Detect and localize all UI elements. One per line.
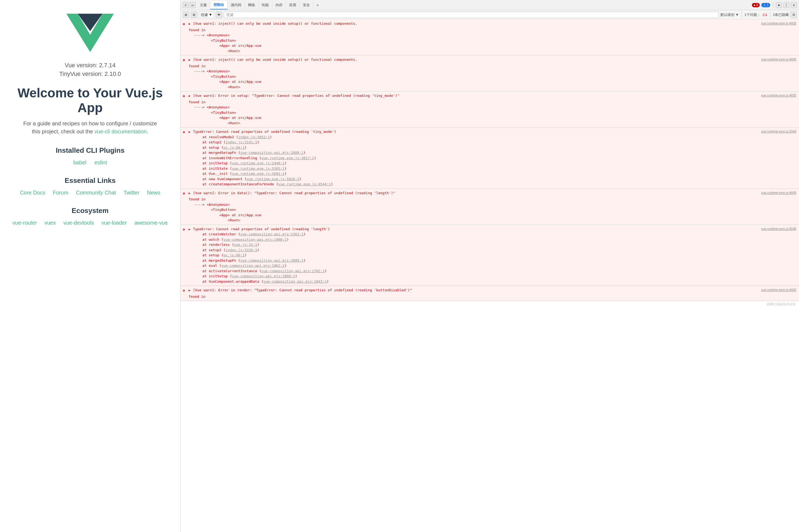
stack-3-3: <App> at src/App.vue (189, 115, 796, 120)
stack-link-4-6[interactable]: vue.runtime.esm.js:2440:1 (232, 161, 285, 165)
babel-link[interactable]: babel (73, 159, 87, 166)
stack-link-4-2[interactable]: index.js:3141:1 (225, 140, 257, 144)
news-link[interactable]: News (147, 190, 160, 196)
tab-memory[interactable]: 内存 (272, 1, 286, 9)
triangle-6[interactable]: ▶ (189, 227, 190, 232)
ecosystem-links-container: vue-router vuex vue-devtools vue-loader … (12, 220, 168, 226)
tab-more[interactable]: » (313, 1, 322, 8)
vue-cli-link[interactable]: vue-cli documentation (94, 129, 147, 134)
stack-link-4-5[interactable]: vue.runtime.esm.js:3017:1 (261, 156, 314, 160)
tab-network[interactable]: 网络 (245, 1, 259, 9)
stack-link-6-7[interactable]: vue-composition-api.mjs:1862:1 (222, 264, 285, 268)
community-chat-link[interactable]: Community Chat (76, 190, 116, 196)
stack-link-6-10[interactable]: vue-composition-api.mjs:1843:1 (263, 280, 327, 284)
tab-security[interactable]: 安全 (300, 1, 313, 9)
twitter-link[interactable]: Twitter (123, 190, 139, 196)
triangle-5[interactable]: ▶ (189, 191, 190, 196)
warn-badge: ⚠ 1 (761, 3, 770, 7)
warn-count-badge: ⚠1 (762, 13, 767, 17)
forum-link[interactable]: Forum (53, 190, 68, 196)
tab-console[interactable]: 控制台 (210, 1, 228, 10)
msg-1: [Vue warn]: inject() can only be used in… (193, 21, 357, 25)
link-6[interactable]: vue.runtime.esm.js:3049 (761, 226, 796, 231)
triangle-4[interactable]: ▶ (189, 130, 190, 134)
tab-elements[interactable]: 元素 (197, 1, 210, 9)
context-dropdown-icon: ▼ (209, 13, 212, 17)
stack-link-4-1[interactable]: index.js:3052:1 (238, 135, 270, 139)
devtools-cursor-icon[interactable]: ⊹ (183, 2, 189, 8)
triangle-1[interactable]: ▶ (189, 22, 190, 26)
console-entry-5: ⊗ ▶ [Vue warn]: Error in data(): "TypeEr… (180, 189, 799, 225)
stack-4-9: at new VueComponent (vue.runtime.esm.js:… (189, 176, 796, 182)
triangle-3[interactable]: ▶ (189, 94, 190, 98)
clear-console-icon[interactable]: ⊘ (183, 12, 189, 18)
triangle-7[interactable]: ▶ (189, 288, 190, 293)
stack-5-1: ----> <Anonymous> (189, 202, 796, 207)
vue-devtools-link[interactable]: vue-devtools (63, 220, 94, 226)
stack-2-2: <TinyButton> (189, 74, 796, 79)
stack-link-6-5[interactable]: pc.js:66:1 (224, 253, 245, 257)
stack-link-6-8[interactable]: vue-composition-api.mjs:1782:1 (261, 269, 324, 273)
settings-gear-icon[interactable]: ⚙ (791, 12, 797, 18)
hidden-count: 2条已隐藏 (773, 12, 789, 17)
vue-logo (66, 11, 114, 54)
stack-5-4: <Root> (189, 217, 796, 223)
settings-icon[interactable]: ⚙ (776, 2, 782, 8)
vue-loader-link[interactable]: vue-loader (101, 220, 127, 226)
link-5[interactable]: vue.runtime.esm.js:4605 (761, 190, 796, 195)
close-icon[interactable]: ✕ (791, 2, 797, 8)
stack-link-4-9[interactable]: vue.runtime.esm.js:5826:1 (247, 177, 300, 181)
link-3[interactable]: vue.runtime.esm.js:4605 (761, 93, 796, 98)
core-docs-link[interactable]: Core Docs (20, 190, 45, 196)
more-icon[interactable]: ⋮ (783, 2, 789, 8)
stack-link-4-10[interactable]: vue.runtime.esm.js:4544:1 (278, 182, 331, 186)
stack-1-3: <App> at src/App.vue (189, 43, 796, 49)
stack-link-4-4[interactable]: vue-composition-api.mjs:2089:1 (240, 151, 303, 155)
block-icon[interactable]: ⊘ (191, 12, 197, 18)
stack-6-10: at VueComponent.wrappedData (vue-composi… (189, 279, 796, 284)
triangle-2[interactable]: ▶ (189, 58, 190, 62)
link-1[interactable]: vue.runtime.esm.js:4605 (761, 21, 796, 26)
stack-4-5: at invokeWithErrorHandling (vue.runtime.… (189, 155, 796, 161)
vuex-link[interactable]: vuex (44, 220, 56, 226)
eslint-link[interactable]: eslint (94, 159, 107, 166)
devtools-device-icon[interactable]: ▭ (190, 2, 195, 8)
awesome-vue-link[interactable]: awesome-vue (134, 220, 168, 226)
error-icon-7: ⊗ (183, 288, 185, 293)
plugin-links-container: babel eslint (73, 159, 107, 166)
stack-3-1: ----> <Anonymous> (189, 104, 796, 110)
essential-links-container: Core Docs Forum Community Chat Twitter N… (20, 190, 160, 196)
stack-3-4: <Root> (189, 120, 796, 126)
stack-link-6-4[interactable]: index.js:3156:1 (225, 248, 257, 252)
stack-link-6-3[interactable]: vue.js:15:1 (234, 243, 257, 247)
stack-link-6-9[interactable]: vue-composition-api.mjs:1860:1 (232, 274, 295, 278)
stack-link-4-8[interactable]: vue.runtime.esm.js:5691:1 (232, 172, 285, 176)
error-icon-1: ⊗ (183, 21, 185, 27)
stack-6-7: at eval (vue-composition-api.mjs:1862:1) (189, 263, 796, 268)
stack-link-4-3[interactable]: pc.js:66:1 (224, 146, 245, 150)
link-7[interactable]: vue.runtime.esm.js:4605 (761, 287, 796, 292)
link-2[interactable]: vue.runtime.esm.js:4605 (761, 57, 796, 62)
stack-5-3: <App> at src/App.vue (189, 212, 796, 218)
stack-4-4: at mergedSetupFn (vue-composition-api.mj… (189, 150, 796, 155)
stack-4-7: at initState (vue.runtime.esm.js:5365:1) (189, 166, 796, 171)
tab-performance[interactable]: 性能 (259, 1, 272, 9)
tab-sources[interactable]: 源代码 (228, 1, 245, 9)
filter-input[interactable] (224, 12, 719, 18)
devtools-topbar: ⊹ ▭ 元素 控制台 源代码 网络 性能 内存 应用 安全 » ● 8 ⚠ 1 … (180, 0, 799, 10)
issue-count: 1个问题： (744, 12, 760, 17)
stack-link-6-2[interactable]: vue-composition-api.mjs:1408:1 (224, 238, 287, 242)
link-4[interactable]: vue.runtime.esm.js:3049 (761, 129, 796, 134)
eye-icon[interactable]: 👁 (216, 12, 222, 18)
error-icon-4: ⊗ (183, 129, 185, 135)
vue-router-link[interactable]: vue-router (12, 220, 37, 226)
stack-6-8: at activateCurrentInstance (vue-composit… (189, 268, 796, 274)
console-entry-4: ⊗ ▶ TypeError: Cannot read properties of… (180, 128, 799, 189)
topbar-divider (773, 2, 773, 8)
tab-application[interactable]: 应用 (286, 1, 300, 9)
stack-link-4-7[interactable]: vue.runtime.esm.js:5365:1 (232, 167, 285, 171)
error-icon-5: ⊗ (183, 191, 185, 196)
stack-link-6-6[interactable]: vue-composition-api.mjs:2089:1 (240, 259, 303, 263)
stack-link-6-1[interactable]: vue-composition-api.mjs:1361:1 (240, 232, 303, 236)
context-selector[interactable]: 过滤 ▼ (199, 12, 214, 18)
